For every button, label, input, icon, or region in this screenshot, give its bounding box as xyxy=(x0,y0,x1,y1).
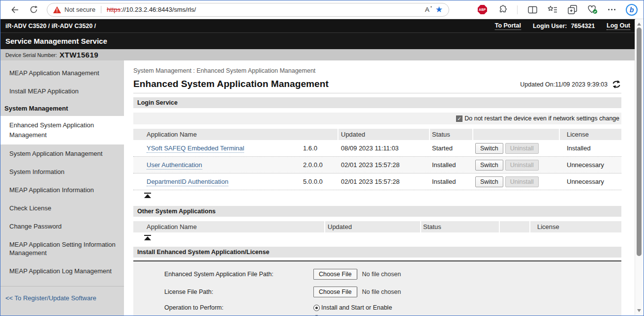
restart-checkbox-row: Do not restart the device even if networ… xyxy=(133,113,621,124)
app-link-departmentid-authentication[interactable]: DepartmentID Authentication xyxy=(147,178,228,186)
app-license: Unnecessary xyxy=(560,178,621,185)
read-aloud-icon[interactable]: A xyxy=(425,6,429,13)
operation-to-perform-label: Operation to Perform: xyxy=(164,304,313,311)
license-file-path-label: License File Path: xyxy=(164,288,313,295)
switch-button[interactable]: Switch xyxy=(475,160,503,171)
choose-file-button-application[interactable]: Choose File xyxy=(313,269,357,280)
serial-bar: Device Serial Number: XTW15619 xyxy=(0,49,635,60)
app-updated: 08/09 2023 11:11:03 xyxy=(338,144,430,152)
sidebar-item-meap-application-management[interactable]: MEAP Application Management xyxy=(0,64,124,82)
url-scheme: https xyxy=(107,6,121,13)
sidebar-item-enhanced-system-application-management[interactable]: Enhanced System Application Management xyxy=(0,116,124,144)
sidebar-item-change-password[interactable]: Change Password xyxy=(0,217,124,235)
column-actions xyxy=(500,221,530,232)
tab-actions-icon[interactable] xyxy=(568,5,577,14)
column-license: License xyxy=(530,221,621,232)
refresh-page-icon[interactable] xyxy=(612,80,621,88)
scroll-to-top-icon[interactable] xyxy=(144,193,151,198)
scrollbar-thumb[interactable] xyxy=(637,28,642,256)
scrollbar-up-arrow[interactable] xyxy=(637,23,641,26)
radio-install-and-start[interactable] xyxy=(313,305,320,311)
column-status: Status xyxy=(430,129,473,140)
sidebar-item-system-information[interactable]: System Information xyxy=(0,163,124,181)
page-scrollbar[interactable] xyxy=(635,20,643,315)
table-row: DepartmentID Authentication 5.0.0.0 02/0… xyxy=(133,173,621,190)
login-user: Login User:7654321 xyxy=(533,23,595,29)
column-application-name: Application Name xyxy=(133,221,325,232)
app-updated: 02/01 2023 15:57:28 xyxy=(338,161,430,169)
address-bar[interactable]: ! Not secure https://10.23.2.46:8443/sms… xyxy=(47,3,449,17)
column-updated: Updated xyxy=(338,129,430,140)
adblock-abp-icon[interactable]: ABP xyxy=(478,5,487,14)
table-row: YSoft SAFEQ Embedded Terminal 1.6.0 08/0… xyxy=(133,140,621,157)
svg-text:!: ! xyxy=(56,8,58,13)
app-link-ysoft-safeq[interactable]: YSoft SAFEQ Embedded Terminal xyxy=(147,144,244,153)
app-status: Installed xyxy=(430,161,473,169)
favorite-star-icon[interactable]: ★ xyxy=(435,5,443,14)
do-not-restart-checkbox[interactable] xyxy=(456,115,462,122)
serial-value: XTW15619 xyxy=(60,51,98,59)
app-updated: 02/01 2023 15:57:28 xyxy=(338,178,430,185)
sidebar-item-check-license[interactable]: Check License xyxy=(0,199,124,217)
column-updated: Updated xyxy=(325,221,421,232)
scrollbar-down-arrow[interactable] xyxy=(637,309,641,312)
device-header: iR-ADV C3520 / iR-ADV C3520 / To Portal … xyxy=(0,19,635,32)
uninstall-button: Uninstall xyxy=(505,143,539,154)
logout-link[interactable]: Log Out xyxy=(607,22,630,30)
switch-button[interactable]: Switch xyxy=(475,143,503,154)
column-application-name: Application Name xyxy=(133,129,338,140)
choose-file-button-license[interactable]: Choose File xyxy=(313,287,357,297)
service-title: Service Management Service xyxy=(5,37,107,45)
other-system-applications-heading: Other System Applications xyxy=(133,206,621,217)
browser-toolbar: ! Not secure https://10.23.2.46:8443/sms… xyxy=(0,0,644,19)
app-status: Started xyxy=(430,144,473,152)
sidebar: MEAP Application Management Install MEAP… xyxy=(0,60,124,316)
security-label: Not secure xyxy=(64,6,95,13)
copilot-bing-icon[interactable]: b xyxy=(626,4,638,16)
table-row: User Authentication 2.0.0.0 02/01 2023 1… xyxy=(133,157,621,173)
app-file-path-label: Enhanced System Application File Path: xyxy=(164,271,313,278)
login-service-heading: Login Service xyxy=(133,97,621,108)
service-title-bar: Service Management Service xyxy=(0,32,635,49)
updated-on-text: Updated On:11/09 2023 9:39:03 xyxy=(520,81,608,88)
refresh-button[interactable] xyxy=(26,2,41,17)
scroll-to-top-icon[interactable] xyxy=(144,235,151,240)
other-apps-table-header: Application Name Updated Status License xyxy=(133,221,621,232)
app-link-user-authentication[interactable]: User Authentication xyxy=(147,161,202,170)
url-rest: ://10.23.2.46:8443/sms/rls/ xyxy=(121,6,196,13)
app-license: Installed xyxy=(560,144,621,152)
app-version: 5.0.0.0 xyxy=(303,178,338,185)
column-status: Status xyxy=(421,221,500,232)
back-button[interactable] xyxy=(7,2,22,17)
collections-icon[interactable] xyxy=(548,5,557,14)
sidebar-item-meap-application-log-management[interactable]: MEAP Application Log Management xyxy=(0,262,124,280)
sidebar-item-install-meap-application[interactable]: Install MEAP Application xyxy=(0,82,124,100)
not-secure-warning-icon: ! xyxy=(53,6,61,13)
device-path: iR-ADV C3520 / iR-ADV C3520 / xyxy=(5,23,96,29)
switch-button[interactable]: Switch xyxy=(475,176,503,187)
install-form-panel: Enhanced System Application File Path: C… xyxy=(133,260,621,316)
radio-only-install-label: Only Install xyxy=(321,315,352,316)
sidebar-section-system-management: System Management xyxy=(0,100,124,116)
split-screen-icon[interactable] xyxy=(528,6,537,14)
radio-only-install[interactable] xyxy=(313,315,320,316)
uninstall-button: Uninstall xyxy=(505,176,539,187)
title-divider xyxy=(133,93,621,93)
sidebar-item-meap-application-information[interactable]: MEAP Application Information xyxy=(0,181,124,199)
breadcrumb: System Management : Enhanced System Appl… xyxy=(133,67,621,74)
login-service-table-header: Application Name Updated Status License xyxy=(133,129,621,140)
extensions-icon[interactable] xyxy=(497,5,507,14)
column-license: License xyxy=(560,129,621,140)
page-title: Enhanced System Application Management xyxy=(133,79,329,89)
sidebar-item-system-application-management[interactable]: System Application Management xyxy=(0,144,124,163)
url-text: https://10.23.2.46:8443/sms/rls/ xyxy=(107,6,196,13)
column-actions xyxy=(473,129,560,140)
app-status: Installed xyxy=(430,178,473,185)
browser-essentials-icon[interactable] xyxy=(587,5,598,14)
do-not-restart-label: Do not restart the device even if networ… xyxy=(464,115,619,122)
to-portal-link[interactable]: To Portal xyxy=(495,22,521,30)
settings-more-icon[interactable] xyxy=(608,9,615,10)
to-register-update-software-link[interactable]: << To Register/Update Software xyxy=(0,287,124,307)
file-status: No file chosen xyxy=(357,269,401,279)
sidebar-item-meap-application-setting-information-management[interactable]: MEAP Application Setting Information Man… xyxy=(0,235,124,262)
